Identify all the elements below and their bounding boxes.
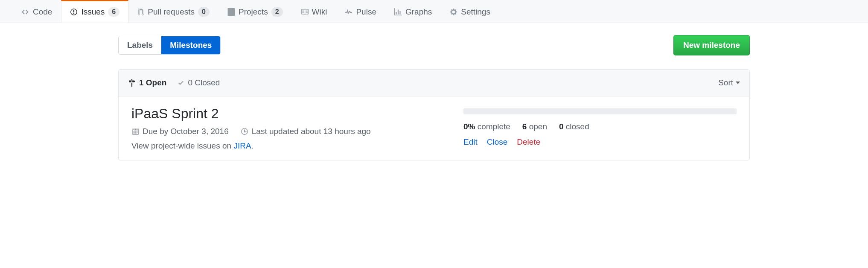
nav-issues-label: Issues <box>81 7 105 17</box>
nav-wiki[interactable]: Wiki <box>292 0 336 23</box>
nav-issues-count: 6 <box>108 7 119 17</box>
milestones-box: 1 Open 0 Closed Sort iPaaS Sprint 2 Due … <box>118 69 750 160</box>
check-icon <box>178 79 184 86</box>
filter-open-label: 1 Open <box>139 78 166 87</box>
desc-prefix: View project-wide issues on <box>131 141 233 150</box>
main-container: Labels Milestones New milestone 1 Open 0… <box>105 23 763 172</box>
nav-projects-count: 2 <box>271 7 283 17</box>
nav-projects-label: Projects <box>239 7 268 17</box>
nav-pulls-count: 0 <box>198 7 210 17</box>
nav-pulls-label: Pull requests <box>148 7 195 17</box>
milestone-icon <box>128 79 136 87</box>
milestone-actions: Edit Close Delete <box>463 137 737 147</box>
book-icon <box>301 8 309 16</box>
milestone-meta: Due by October 3, 2016 Last updated abou… <box>131 127 438 136</box>
stat-closed: 0 closed <box>559 122 589 131</box>
progress-bar <box>463 108 737 114</box>
nav-wiki-label: Wiki <box>312 7 327 17</box>
state-filter: 1 Open 0 Closed <box>128 78 220 87</box>
nav-projects[interactable]: Projects 2 <box>218 0 292 23</box>
milestone-stats: 0% complete 6 open 0 closed Edit Close D… <box>463 106 737 151</box>
edit-link[interactable]: Edit <box>463 137 478 147</box>
nav-pulse-label: Pulse <box>356 7 376 17</box>
filter-closed[interactable]: 0 Closed <box>178 78 220 87</box>
labels-tab[interactable]: Labels <box>119 36 161 54</box>
stats-row: 0% complete 6 open 0 closed <box>463 122 737 131</box>
project-icon <box>227 8 235 16</box>
delete-link[interactable]: Delete <box>517 137 540 147</box>
issue-opened-icon <box>70 8 78 16</box>
nav-graphs[interactable]: Graphs <box>385 0 441 23</box>
caret-down-icon <box>736 82 740 84</box>
new-milestone-button[interactable]: New milestone <box>673 35 750 55</box>
graph-icon <box>394 8 402 16</box>
milestone-title[interactable]: iPaaS Sprint 2 <box>131 106 438 122</box>
milestone-due: Due by October 3, 2016 <box>143 127 229 136</box>
close-link[interactable]: Close <box>487 137 508 147</box>
subnav: Labels Milestones New milestone <box>118 35 750 55</box>
pulse-icon <box>345 8 352 16</box>
git-pull-request-icon <box>137 8 144 16</box>
nav-graphs-label: Graphs <box>405 7 432 17</box>
nav-issues[interactable]: Issues 6 <box>61 0 128 23</box>
clock-icon <box>241 128 248 135</box>
nav-settings[interactable]: Settings <box>441 0 499 23</box>
milestone-row: iPaaS Sprint 2 Due by October 3, 2016 La… <box>119 96 749 160</box>
code-icon <box>22 8 29 16</box>
repo-nav: Code Issues 6 Pull requests 0 Projects 2… <box>0 0 868 23</box>
milestone-info: iPaaS Sprint 2 Due by October 3, 2016 La… <box>131 106 438 151</box>
stat-open: 6 open <box>522 122 547 131</box>
desc-suffix: . <box>251 141 253 150</box>
stat-complete: 0% complete <box>463 122 510 131</box>
milestones-tab[interactable]: Milestones <box>161 36 220 54</box>
nav-pulls[interactable]: Pull requests 0 <box>128 0 218 23</box>
milestone-updated: Last updated about 13 hours ago <box>252 127 371 136</box>
nav-code[interactable]: Code <box>13 0 61 23</box>
calendar-icon <box>131 128 139 135</box>
nav-settings-label: Settings <box>461 7 490 17</box>
nav-pulse[interactable]: Pulse <box>336 0 385 23</box>
labels-milestones-toggle: Labels Milestones <box>118 36 221 55</box>
filter-open[interactable]: 1 Open <box>128 78 166 87</box>
milestone-description: View project-wide issues on JIRA. <box>131 141 438 151</box>
gear-icon <box>450 8 457 16</box>
nav-code-label: Code <box>33 7 52 17</box>
jira-link[interactable]: JIRA <box>233 141 251 150</box>
milestones-header: 1 Open 0 Closed Sort <box>119 70 749 96</box>
filter-closed-label: 0 Closed <box>188 78 220 87</box>
sort-menu[interactable]: Sort <box>718 78 740 87</box>
sort-label: Sort <box>718 78 733 87</box>
